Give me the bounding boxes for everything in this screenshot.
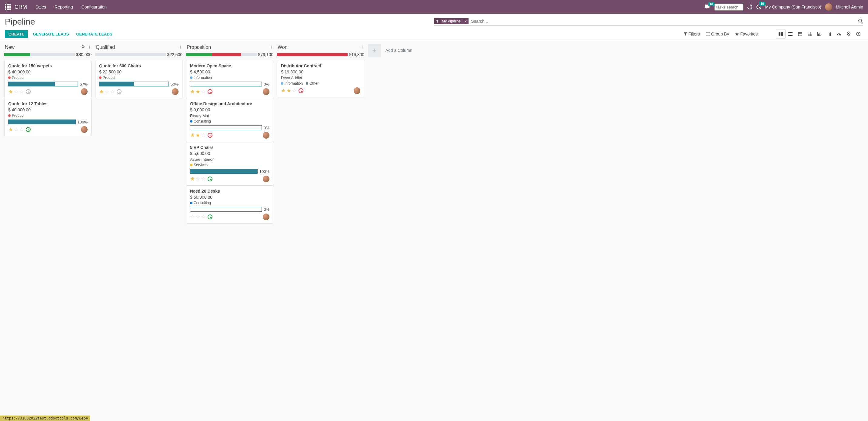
star-icon[interactable]: ★ <box>8 126 13 133</box>
favorites-dropdown[interactable]: Favorites <box>735 32 758 36</box>
gauge[interactable] <box>190 82 262 86</box>
refresh-icon[interactable] <box>747 4 752 10</box>
star-icon[interactable]: ★ <box>195 132 200 139</box>
app-brand[interactable]: CRM <box>14 4 27 10</box>
star-icon[interactable]: ☆ <box>201 176 206 182</box>
tasks-search-input[interactable] <box>714 4 743 10</box>
activity-clock-icon[interactable] <box>26 127 31 132</box>
star-icon[interactable]: ☆ <box>104 88 110 95</box>
gauge[interactable] <box>8 82 78 86</box>
groupby-dropdown[interactable]: Group By <box>706 32 729 36</box>
priority-stars[interactable]: ★ ★ ☆ <box>190 132 206 139</box>
add-column-label[interactable]: Add a Column <box>385 48 412 53</box>
activity-clock-icon[interactable] <box>299 88 303 93</box>
star-icon[interactable]: ☆ <box>195 176 200 182</box>
priority-stars[interactable]: ☆ ☆ ☆ <box>190 214 206 220</box>
star-icon[interactable]: ★ <box>195 88 200 95</box>
star-icon[interactable]: ★ <box>8 88 13 95</box>
activity-clock-icon[interactable] <box>208 133 213 138</box>
gauge[interactable] <box>190 169 258 174</box>
add-column-button[interactable]: + <box>368 44 381 57</box>
quick-create-icon[interactable]: + <box>270 44 273 50</box>
quick-create-icon[interactable]: + <box>360 44 364 50</box>
user-name[interactable]: Mitchell Admin <box>836 4 863 9</box>
company-selector[interactable]: My Company (San Francisco) <box>765 4 821 9</box>
star-icon[interactable]: ★ <box>99 88 104 95</box>
activity-clock-icon[interactable] <box>26 89 31 94</box>
generate-leads-button-2[interactable]: GENERATE LEADS <box>74 30 115 38</box>
star-icon[interactable]: ★ <box>190 176 195 182</box>
user-avatar[interactable] <box>825 3 832 10</box>
assignee-avatar[interactable] <box>354 87 360 94</box>
assignee-avatar[interactable] <box>81 126 88 133</box>
column-title[interactable]: Proposition <box>187 45 270 50</box>
kanban-view-icon[interactable] <box>776 29 785 39</box>
messages-icon[interactable]: 18 <box>705 4 711 9</box>
activities-icon[interactable]: 10 <box>756 4 762 10</box>
kanban-card[interactable]: Modern Open Space$ 4,500.00Information 0… <box>186 60 273 98</box>
assignee-avatar[interactable] <box>263 88 270 95</box>
star-icon[interactable]: ☆ <box>201 88 206 95</box>
search-bar[interactable]: My Pipeline × <box>434 18 863 26</box>
star-icon[interactable]: ☆ <box>19 126 24 133</box>
activity-clock-icon[interactable] <box>208 215 213 219</box>
priority-stars[interactable]: ★ ☆ ☆ <box>8 126 24 133</box>
star-icon[interactable]: ☆ <box>110 88 115 95</box>
assignee-avatar[interactable] <box>263 132 270 139</box>
progress-bar[interactable] <box>186 53 257 56</box>
star-icon[interactable]: ★ <box>281 87 286 94</box>
search-icon[interactable] <box>858 19 863 24</box>
activity-clock-icon[interactable] <box>117 89 122 94</box>
assignee-avatar[interactable] <box>263 176 270 182</box>
kanban-card[interactable]: Office Design and Architecture$ 9,000.00… <box>186 98 273 142</box>
star-icon[interactable]: ☆ <box>19 88 24 95</box>
dashboard-view-icon[interactable] <box>834 29 844 39</box>
quick-create-icon[interactable]: + <box>88 44 91 50</box>
kanban-card[interactable]: Quote for 12 Tables$ 40,000.00Product 10… <box>4 98 92 136</box>
star-icon[interactable]: ☆ <box>195 214 200 220</box>
progress-bar[interactable] <box>95 53 166 56</box>
gauge[interactable] <box>190 125 262 130</box>
kanban-card[interactable]: Need 20 Desks$ 60,000.00Consulting 0% ☆ … <box>186 185 273 224</box>
star-icon[interactable]: ☆ <box>13 88 19 95</box>
kanban-card[interactable]: Quote for 150 carpets$ 40,000.00Product … <box>4 60 92 98</box>
progress-bar[interactable] <box>4 53 75 56</box>
star-icon[interactable]: ★ <box>190 88 195 95</box>
priority-stars[interactable]: ★ ☆ ☆ <box>190 176 206 182</box>
gauge[interactable] <box>8 119 76 124</box>
kanban-card[interactable]: 5 VP Chairs$ 5,600.00Azure InteriorServi… <box>186 142 273 186</box>
gear-icon[interactable]: ⚙ <box>81 44 85 50</box>
activity-view-icon[interactable] <box>854 29 863 39</box>
create-button[interactable]: CREATE <box>5 30 28 38</box>
nav-menu-sales[interactable]: Sales <box>35 4 46 9</box>
priority-stars[interactable]: ★ ★ ☆ <box>281 87 297 94</box>
cohort-view-icon[interactable] <box>824 29 834 39</box>
calendar-view-icon[interactable] <box>795 29 805 39</box>
filters-dropdown[interactable]: Filters <box>684 32 700 36</box>
priority-stars[interactable]: ★ ☆ ☆ <box>8 88 24 95</box>
generate-leads-button-1[interactable]: GENERATE LEADS <box>30 30 71 38</box>
star-icon[interactable]: ★ <box>190 132 195 139</box>
quick-create-icon[interactable]: + <box>179 44 182 50</box>
list-view-icon[interactable] <box>785 29 795 39</box>
kanban-card[interactable]: Quote for 600 Chairs$ 22,500.00Product 5… <box>95 60 182 98</box>
star-icon[interactable]: ☆ <box>13 126 19 133</box>
graph-view-icon[interactable] <box>815 29 824 39</box>
star-icon[interactable]: ★ <box>286 87 291 94</box>
column-title[interactable]: Qualified <box>96 45 179 50</box>
gauge[interactable] <box>99 82 169 86</box>
nav-menu-reporting[interactable]: Reporting <box>55 4 73 9</box>
progress-bar[interactable] <box>277 53 348 56</box>
priority-stars[interactable]: ★ ★ ☆ <box>190 88 206 95</box>
nav-menu-configuration[interactable]: Configuration <box>82 4 107 9</box>
assignee-avatar[interactable] <box>263 214 270 220</box>
star-icon[interactable]: ☆ <box>201 132 206 139</box>
kanban-card[interactable]: Distributor Contract$ 19,800.00Deco Addi… <box>277 60 364 97</box>
gauge[interactable] <box>190 207 262 212</box>
map-view-icon[interactable] <box>844 29 854 39</box>
star-icon[interactable]: ☆ <box>292 87 297 94</box>
assignee-avatar[interactable] <box>172 88 179 95</box>
apps-launcher-icon[interactable] <box>5 4 11 10</box>
search-input[interactable] <box>470 18 858 24</box>
activity-clock-icon[interactable] <box>208 176 213 181</box>
